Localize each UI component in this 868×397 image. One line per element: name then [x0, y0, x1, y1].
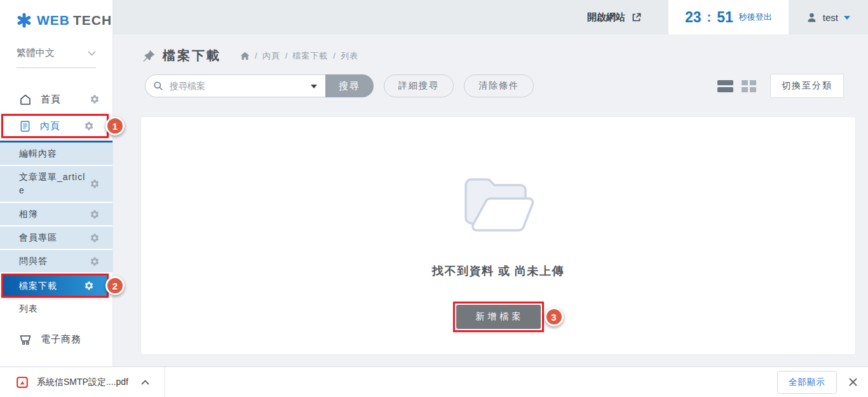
sidebar-item-article-menu[interactable]: 文章選單_article — [0, 166, 112, 203]
language-selector[interactable]: 繁體中文 — [17, 47, 96, 68]
countdown-colon: : — [707, 10, 712, 25]
close-download-bar-icon[interactable] — [848, 377, 858, 387]
sidebar-item-label: 內頁 — [40, 120, 60, 132]
countdown-suffix: 秒後登出 — [739, 11, 772, 23]
tutorial-highlight-box-3: 新增檔案 3 — [453, 302, 544, 332]
advanced-search-button[interactable]: 詳細搜尋 — [384, 74, 454, 97]
sidebar: WEB TECH 繁體中文 首頁 — [0, 0, 113, 366]
clear-filters-button[interactable]: 清除條件 — [464, 74, 534, 97]
sidebar-submenu: 編輯內容 文章選單_article 相簿 會員專區 問與答 檔案下載 — [0, 141, 112, 298]
chevron-down-icon — [88, 51, 96, 56]
sidebar-item-edit-content[interactable]: 編輯內容 — [0, 143, 112, 166]
sidebar-item-album[interactable]: 相簿 — [0, 203, 112, 226]
search-icon — [153, 81, 163, 91]
user-caret-down-icon — [844, 16, 850, 20]
gear-icon[interactable] — [84, 121, 94, 131]
sidebar-item-list[interactable]: 列表 — [0, 298, 112, 321]
sidebar-item-label: 會員專區 — [19, 231, 86, 244]
gear-icon[interactable] — [90, 94, 100, 104]
sidebar-item-member-area[interactable]: 會員專區 — [0, 226, 112, 250]
list-view-icon[interactable] — [717, 80, 733, 92]
download-filename: 系統信SMTP設定....pdf — [37, 377, 128, 388]
cart-icon — [19, 333, 32, 345]
search-input[interactable] — [145, 74, 325, 97]
countdown-minutes: 23 — [685, 9, 702, 26]
download-collapse-chevron-icon[interactable] — [141, 380, 149, 385]
step-badge-3: 3 — [545, 307, 564, 326]
sidebar-item-inner-page[interactable]: 內頁 — [3, 116, 107, 136]
topbar: 開啟網站 23 : 51 秒後登出 test — [113, 0, 868, 34]
add-file-button[interactable]: 新增檔案 — [456, 305, 541, 329]
main-content: 檔案下載 / 內頁 / 檔案下載 / 列表 — [113, 34, 868, 366]
breadcrumb-file-download[interactable]: 檔案下載 — [292, 50, 328, 62]
gear-icon[interactable] — [84, 281, 94, 291]
tutorial-highlight-box-2: 檔案下載 2 — [1, 274, 109, 298]
sidebar-item-label: 列表 — [19, 303, 38, 315]
brand-word-secondary: TECH — [73, 13, 112, 28]
breadcrumb-separator: / — [285, 51, 288, 60]
sidebar-item-file-download[interactable]: 檔案下載 — [3, 275, 107, 296]
gear-icon[interactable] — [90, 233, 100, 243]
breadcrumb-separator: / — [255, 51, 257, 60]
sidebar-item-home[interactable]: 首頁 — [0, 87, 112, 111]
step-badge-1: 1 — [105, 116, 125, 136]
breadcrumb-separator: / — [333, 51, 336, 60]
sidebar-item-label: 問與答 — [19, 254, 86, 268]
sidebar-item-label: 文章選單_article — [19, 171, 86, 197]
content-panel: 找不到資料 或 尚未上傳 新增檔案 3 — [141, 117, 855, 354]
document-icon — [19, 120, 31, 132]
search-button[interactable]: 搜尋 — [325, 74, 374, 97]
sidebar-item-label: 相簿 — [19, 207, 86, 221]
sidebar-item-label: 檔案下載 — [19, 279, 86, 293]
download-item[interactable]: 系統信SMTP設定....pdf — [17, 377, 128, 388]
sidebar-item-label: 首頁 — [41, 94, 61, 106]
pdf-file-icon — [17, 377, 28, 388]
username: test — [823, 12, 838, 23]
breadcrumb-list[interactable]: 列表 — [341, 50, 358, 62]
logout-countdown: 23 : 51 秒後登出 — [668, 0, 789, 34]
language-label: 繁體中文 — [17, 47, 55, 59]
sidebar-item-ecommerce[interactable]: 電子商務 — [0, 326, 112, 352]
step-badge-2: 2 — [105, 276, 125, 295]
countdown-seconds: 51 — [717, 9, 733, 26]
open-website-label: 開啟網站 — [587, 11, 625, 24]
user-icon — [806, 12, 817, 23]
show-all-downloads-button[interactable]: 全部顯示 — [777, 371, 837, 394]
download-bar-divider — [165, 367, 165, 397]
home-icon — [19, 94, 32, 106]
switch-to-category-button[interactable]: 切換至分類 — [770, 74, 844, 98]
empty-folder-icon — [454, 171, 543, 234]
browser-download-bar: 系統信SMTP設定....pdf 全部顯示 — [0, 366, 868, 397]
sidebar-item-qa[interactable]: 問與答 — [0, 250, 112, 274]
tutorial-highlight-box-1: 內頁 1 — [1, 114, 109, 138]
empty-state-message: 找不到資料 或 尚未上傳 — [432, 263, 564, 279]
search-dropdown-caret-icon[interactable] — [311, 85, 317, 88]
gear-icon[interactable] — [90, 256, 100, 267]
sidebar-nav: 首頁 內頁 1 編輯內容 — [0, 87, 112, 352]
sidebar-item-label: 電子商務 — [41, 333, 81, 345]
grid-view-icon[interactable] — [742, 80, 756, 92]
breadcrumb-home-icon[interactable] — [240, 52, 250, 60]
breadcrumb: / 內頁 / 檔案下載 / 列表 — [240, 50, 358, 62]
breadcrumb-inner-page[interactable]: 內頁 — [262, 50, 280, 62]
sidebar-item-label: 編輯內容 — [19, 147, 86, 160]
brand-word-primary: WEB — [37, 13, 70, 28]
gear-icon[interactable] — [90, 209, 100, 219]
asterisk-logo-icon — [17, 13, 32, 28]
pin-icon — [142, 50, 155, 62]
brand-logo[interactable]: WEB TECH — [17, 13, 112, 28]
user-menu[interactable]: test — [789, 12, 868, 23]
open-website-button[interactable]: 開啟網站 — [587, 11, 642, 24]
gear-icon[interactable] — [90, 179, 100, 189]
external-link-icon — [631, 12, 642, 23]
page-title: 檔案下載 — [163, 47, 221, 64]
